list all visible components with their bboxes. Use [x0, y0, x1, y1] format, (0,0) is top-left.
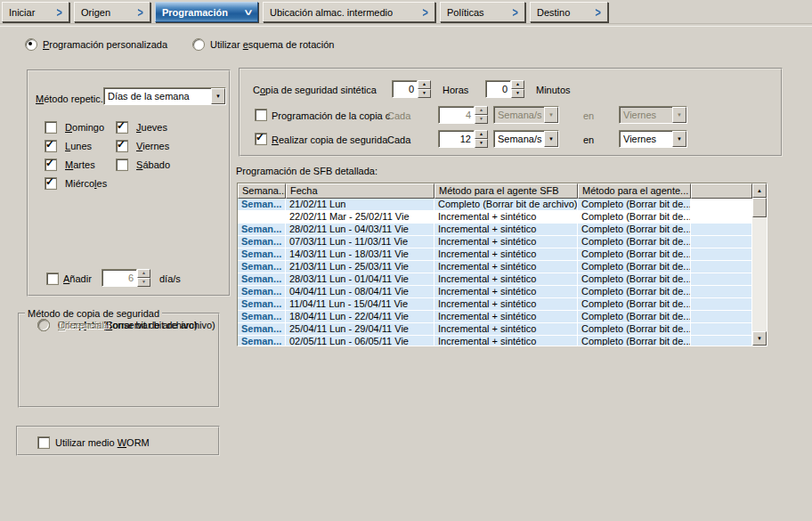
scrollbar-track[interactable]: [752, 198, 767, 331]
header-metodo-agente[interactable]: Método para el agente...: [578, 183, 691, 199]
day-checkbox-domingo[interactable]: ✓ Domingo: [45, 120, 116, 133]
header-metodo-sfb[interactable]: Método para el agente SFB: [434, 183, 578, 199]
custom-schedule-label[interactable]: Programación personalizada: [43, 39, 167, 50]
checkbox[interactable]: ✓: [45, 140, 57, 152]
worm-checkbox[interactable]: ✓: [37, 436, 50, 449]
cell-metodo-sfb: Incremental + sintético: [434, 261, 578, 273]
weekday-combobox[interactable]: Viernes ▼: [619, 106, 687, 124]
tab-label: Ubicación almac. intermedio: [270, 7, 393, 18]
interval-unit-combobox[interactable]: Semana/s ▼: [493, 130, 559, 148]
caret-down-icon[interactable]: ▼: [544, 107, 558, 123]
table-row[interactable]: Seman... 04/04/11 Lun - 08/04/11 Vie Inc…: [238, 286, 767, 298]
cell-semana: Seman...: [238, 311, 286, 322]
day-checkbox-jueves[interactable]: ✓ Jueves: [116, 120, 200, 133]
spin-down-button[interactable]: ▼: [511, 89, 524, 98]
table-body: Seman... 21/02/11 Lun Completo (Borrar b…: [238, 199, 767, 346]
hours-value[interactable]: 0: [392, 80, 418, 98]
interval-unit-combobox[interactable]: Semana/s ▼: [493, 106, 559, 124]
spin-down-button[interactable]: ▼: [475, 115, 488, 124]
caret-down-icon[interactable]: ▼: [544, 131, 558, 147]
spin-up-button[interactable]: ▲: [418, 80, 431, 89]
table-row[interactable]: Seman... 28/03/11 Lun - 01/04/11 Vie Inc…: [238, 273, 767, 286]
spin-down-button[interactable]: ▼: [475, 139, 488, 148]
backup-method-option-diferencial[interactable]: Diferencial: [37, 319, 104, 331]
table-row[interactable]: Seman... 02/05/11 Lun - 06/05/11 Vie Inc…: [238, 336, 767, 346]
cell-fecha: 18/04/11 Lun - 22/04/11 Vie: [286, 311, 434, 322]
add-days-checkbox[interactable]: ✓: [46, 273, 59, 285]
minutes-spinner[interactable]: 0 ▲ ▼: [485, 80, 524, 98]
backup-method-title: Método de copia de seguridad: [25, 308, 162, 319]
caret-down-icon[interactable]: ▼: [211, 88, 225, 104]
interval-spinner[interactable]: 12 ▲ ▼: [438, 130, 488, 148]
table-row[interactable]: Seman... 25/04/11 Lun - 29/04/11 Vie Inc…: [238, 323, 767, 336]
rotation-schedule-radio[interactable]: [192, 38, 205, 51]
tab-programaci-n[interactable]: Programación >: [155, 2, 258, 22]
tab-ubicaci-n-almac-intermedio[interactable]: Ubicación almac. intermedio >: [263, 2, 435, 22]
day-checkbox-mi-rcoles[interactable]: ✓ Miércoles: [45, 176, 116, 189]
row-checkbox[interactable]: ✓: [255, 133, 267, 145]
caret-down-icon[interactable]: ▼: [672, 107, 686, 123]
table-row[interactable]: Seman... 18/04/11 Lun - 22/04/11 Vie Inc…: [238, 311, 767, 323]
tab-destino[interactable]: Destino >: [530, 2, 608, 22]
interval-value[interactable]: 4: [438, 106, 475, 124]
worm-label[interactable]: Utilizar medio WORM: [55, 437, 150, 448]
checkbox[interactable]: ✓: [116, 140, 128, 152]
hours-spinner[interactable]: 0 ▲ ▼: [392, 80, 431, 98]
scroll-down-button[interactable]: ▼: [752, 331, 767, 346]
table-row[interactable]: 22/02/11 Mar - 25/02/11 Vie Incremental …: [238, 211, 767, 224]
day-checkbox-viernes[interactable]: ✓ Viernes: [116, 139, 200, 151]
table-row[interactable]: Seman... 11/04/11 Lun - 15/04/11 Vie Inc…: [238, 298, 767, 311]
radio-button[interactable]: [37, 319, 50, 331]
spin-up-button[interactable]: ▲: [511, 80, 524, 89]
tab-pol-ticas[interactable]: Políticas >: [440, 2, 525, 22]
row-checkbox[interactable]: ✓: [255, 109, 267, 121]
cell-metodo-agente: Completo (Borrar bit de...: [578, 261, 691, 273]
chevron-right-icon: >: [138, 5, 143, 19]
chevron-right-icon: >: [241, 9, 255, 14]
spin-up-button[interactable]: ▲: [475, 106, 488, 115]
synthetic-backup-label: Copia de seguridad sintética: [253, 85, 377, 95]
tab-label: Iniciar: [9, 7, 35, 18]
checkbox[interactable]: ✓: [45, 159, 57, 171]
weekday-combobox[interactable]: Viernes ▼: [619, 130, 687, 148]
checkbox[interactable]: ✓: [45, 121, 57, 134]
spin-down-button[interactable]: ▼: [418, 89, 431, 98]
vertical-scrollbar[interactable]: ▲ ▼: [752, 183, 767, 346]
row-checkbox-label[interactable]: Programación de la copia c: [272, 110, 390, 121]
weekday-value: Viernes: [620, 131, 672, 147]
cell-semana: Seman...: [238, 273, 286, 285]
interval-spinner[interactable]: 4 ▲ ▼: [438, 106, 488, 124]
day-label: Sábado: [136, 159, 170, 170]
cell-metodo-agente: Completo (Borrar bit de...: [578, 273, 691, 285]
scrollbar-thumb[interactable]: [752, 198, 767, 217]
add-days-label[interactable]: Añadir: [63, 273, 92, 284]
spin-up-button[interactable]: ▲: [475, 130, 488, 139]
table-row[interactable]: Seman... 14/03/11 Lun - 18/03/11 Vie Inc…: [238, 248, 767, 261]
day-checkbox-martes[interactable]: ✓ Martes: [45, 158, 116, 170]
table-row[interactable]: Seman... 21/02/11 Lun Completo (Borrar b…: [238, 199, 767, 211]
table-row[interactable]: Seman... 28/02/11 Lun - 04/03/11 Vie Inc…: [238, 224, 767, 236]
tab-origen[interactable]: Origen >: [74, 2, 150, 22]
scroll-up-button[interactable]: ▲: [752, 183, 767, 198]
checkbox[interactable]: ✓: [45, 177, 57, 190]
interval-value[interactable]: 12: [438, 130, 475, 148]
header-fecha[interactable]: Fecha: [286, 183, 434, 199]
checkbox[interactable]: ✓: [116, 121, 128, 134]
checkbox[interactable]: ✓: [116, 159, 128, 171]
row-checkbox-label[interactable]: Realizar copia de segurida: [272, 134, 387, 145]
day-checkbox-s-bado[interactable]: ✓ Sábado: [116, 158, 200, 170]
header-semana[interactable]: Semana...: [238, 183, 286, 199]
day-checkbox-lunes[interactable]: ✓ Lunes: [45, 139, 116, 151]
table-row[interactable]: Seman... 07/03/11 Lun - 11/03/11 Vie Inc…: [238, 236, 767, 248]
custom-schedule-radio[interactable]: [25, 38, 37, 51]
on-label: en: [583, 134, 594, 145]
backup-job-wizard: Iniciar > Origen > Programación > Ubicac…: [0, 0, 812, 521]
rotation-schedule-label[interactable]: Utilizar esquema de rotación: [210, 39, 334, 50]
tab-iniciar[interactable]: Iniciar >: [2, 2, 69, 22]
table-row[interactable]: Seman... 21/03/11 Lun - 25/03/11 Vie Inc…: [238, 261, 767, 273]
cell-metodo-sfb: Incremental + sintético: [434, 211, 578, 223]
caret-down-icon[interactable]: ▼: [672, 131, 686, 147]
repeat-method-combobox[interactable]: Días de la semana ▼: [103, 87, 226, 105]
every-label: Cada: [387, 110, 410, 121]
minutes-value[interactable]: 0: [485, 80, 511, 98]
